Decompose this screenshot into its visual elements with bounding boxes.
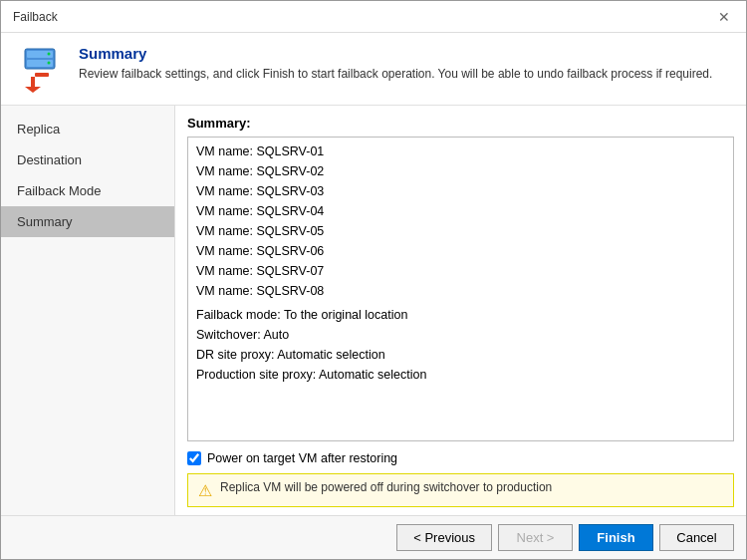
- close-icon: ✕: [718, 9, 730, 25]
- svg-rect-5: [35, 73, 49, 77]
- summary-list-inner: VM name: SQLSRV-01 VM name: SQLSRV-02 VM…: [188, 138, 733, 389]
- footer: < Previous Next > Finish Cancel: [1, 515, 746, 559]
- svg-point-3: [48, 53, 51, 56]
- list-item: VM name: SQLSRV-02: [196, 161, 725, 181]
- list-item: VM name: SQLSRV-04: [196, 201, 725, 221]
- header-content: Summary Review failback settings, and cl…: [79, 45, 730, 83]
- warning-icon: ⚠: [198, 481, 212, 500]
- header-description: Review failback settings, and click Fini…: [79, 66, 730, 83]
- summary-details-section: Failback mode: To the original location …: [196, 305, 725, 385]
- list-item: VM name: SQLSRV-07: [196, 261, 725, 281]
- header: Summary Review failback settings, and cl…: [1, 33, 746, 106]
- power-on-label[interactable]: Power on target VM after restoring: [207, 451, 397, 465]
- window-title: Failback: [13, 10, 58, 24]
- list-item: VM name: SQLSRV-08: [196, 281, 725, 301]
- warning-area: ⚠ Replica VM will be powered off during …: [187, 473, 734, 507]
- warning-text: Replica VM will be powered off during sw…: [220, 480, 552, 494]
- power-on-checkbox[interactable]: [187, 451, 201, 465]
- body: Replica Destination Failback Mode Summar…: [1, 106, 746, 515]
- list-item: VM name: SQLSRV-06: [196, 241, 725, 261]
- title-bar-left: Failback: [13, 10, 58, 24]
- sidebar-item-replica[interactable]: Replica: [1, 114, 174, 144]
- header-title: Summary: [79, 45, 730, 62]
- title-bar: Failback ✕: [1, 1, 746, 33]
- next-button[interactable]: Next >: [498, 524, 573, 551]
- failback-icon: [17, 45, 65, 93]
- previous-button[interactable]: < Previous: [396, 524, 492, 551]
- cancel-button[interactable]: Cancel: [659, 524, 734, 551]
- summary-list[interactable]: VM name: SQLSRV-01 VM name: SQLSRV-02 VM…: [187, 137, 734, 441]
- list-item: DR site proxy: Automatic selection: [196, 345, 725, 365]
- list-item: VM name: SQLSRV-01: [196, 141, 725, 161]
- finish-button[interactable]: Finish: [579, 524, 653, 551]
- list-item: Switchover: Auto: [196, 325, 725, 345]
- list-item: VM name: SQLSRV-05: [196, 221, 725, 241]
- sidebar-item-destination[interactable]: Destination: [1, 144, 174, 175]
- svg-point-4: [48, 62, 51, 65]
- list-item: Failback mode: To the original location: [196, 305, 725, 325]
- checkbox-area: Power on target VM after restoring: [187, 449, 734, 467]
- main-content: Summary: VM name: SQLSRV-01 VM name: SQL…: [175, 106, 746, 515]
- dialog: Failback ✕ Summary Review failback setti…: [0, 0, 747, 560]
- list-item: Production site proxy: Automatic selecti…: [196, 365, 725, 385]
- sidebar-item-failback-mode[interactable]: Failback Mode: [1, 175, 174, 206]
- list-item: VM name: SQLSRV-03: [196, 181, 725, 201]
- close-button[interactable]: ✕: [714, 7, 734, 27]
- sidebar: Replica Destination Failback Mode Summar…: [1, 106, 175, 515]
- summary-label: Summary:: [187, 116, 734, 131]
- sidebar-item-summary[interactable]: Summary: [1, 206, 174, 237]
